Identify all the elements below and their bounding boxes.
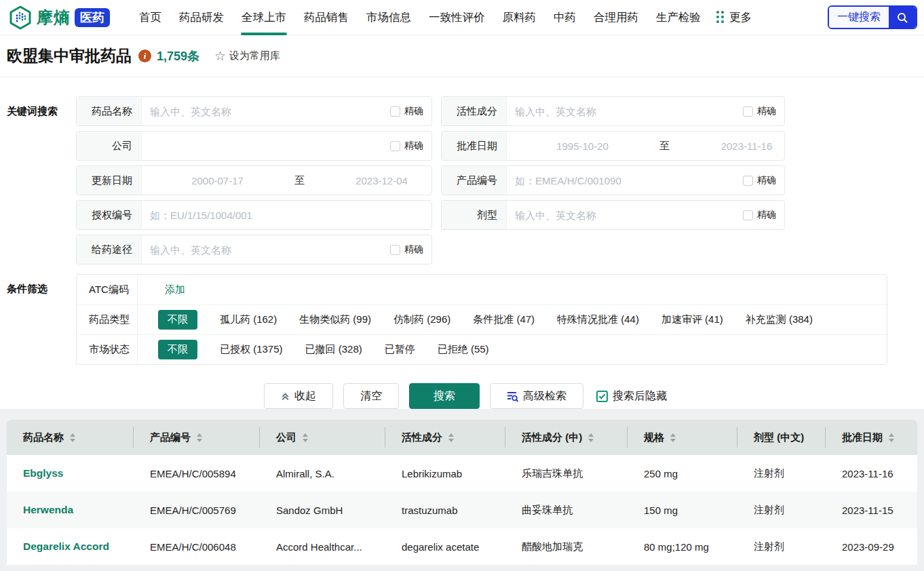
field-company-label: 公司 [77, 132, 142, 160]
checkbox-icon [743, 106, 753, 117]
set-favorite-button[interactable]: ☆ 设为常用库 [214, 50, 280, 62]
hide-after-search-checkbox[interactable]: 搜索后隐藏 [596, 389, 667, 403]
checkbox-icon [390, 106, 400, 117]
sort-icon[interactable] [303, 433, 308, 442]
nav-more-label: 更多 [729, 10, 752, 25]
nav-item-7[interactable]: 中药 [545, 0, 585, 35]
sort-icon[interactable] [197, 433, 202, 442]
product-number-exact-checkbox[interactable]: 精确 [743, 174, 776, 186]
table-header-row: 药品名称产品编号公司活性成分活性成分 (中)规格剂型 (中文)批准日期 [7, 420, 917, 455]
keyword-fields: 药品名称 精确 活性成分 精确 [76, 96, 785, 264]
filter-option[interactable]: 特殊情况批准 (44) [557, 313, 639, 326]
market-status-label: 市场状态 [77, 335, 138, 364]
filter-option[interactable]: 已授权 (1375) [220, 343, 283, 356]
field-auth-number: 授权编号 [76, 200, 432, 230]
field-dosage-form-label: 剂型 [442, 201, 507, 229]
drug-name-link[interactable]: Herwenda [7, 504, 134, 516]
sort-icon[interactable] [670, 433, 676, 442]
filter-option[interactable]: 已撤回 (328) [305, 343, 362, 356]
filter-option[interactable]: 条件批准 (47) [473, 313, 535, 326]
checked-checkbox-icon [596, 391, 608, 402]
drug-name-input[interactable] [150, 106, 385, 117]
drug-type-row: 药品类型 不限孤儿药 (162)生物类似药 (99)仿制药 (296)条件批准 … [77, 304, 887, 334]
column-header-3[interactable]: 活性成分 [385, 420, 505, 455]
cell-approval_date: 2023-09-29 [826, 541, 917, 553]
search-button[interactable]: 搜索 [409, 383, 480, 409]
update-date-from-input[interactable] [150, 175, 285, 186]
quick-search-label: 一键搜索 [829, 7, 889, 28]
filter-option[interactable]: 已拒绝 (55) [438, 343, 489, 356]
filter-option[interactable]: 孤儿药 (162) [220, 313, 277, 326]
product-number-input[interactable] [515, 175, 737, 186]
drug-name-exact-checkbox[interactable]: 精确 [390, 105, 423, 117]
field-drug-name-label: 药品名称 [77, 97, 142, 125]
filter-option[interactable]: 不限 [158, 340, 197, 359]
logo-hexagon-icon [8, 5, 33, 30]
cell-company: Almirall, S.A. [260, 468, 385, 479]
field-active-ingredient: 活性成分 精确 [441, 96, 785, 126]
drug-name-link[interactable]: Degarelix Accord [7, 540, 134, 553]
advanced-search-icon [507, 391, 518, 402]
filter-option[interactable]: 补充监测 (384) [746, 313, 813, 326]
dosage-form-input[interactable] [515, 210, 737, 221]
filter-option[interactable]: 仿制药 (296) [393, 313, 450, 326]
cell-company: Sandoz GmbH [260, 505, 385, 516]
nav-more[interactable]: 更多 [716, 10, 752, 25]
column-header-0[interactable]: 药品名称 [7, 420, 134, 455]
admin-route-input[interactable] [150, 244, 385, 256]
cell-company: Accord Healthcar... [260, 541, 385, 553]
column-header-7[interactable]: 批准日期 [826, 420, 917, 455]
clear-button[interactable]: 清空 [343, 383, 399, 409]
company-input[interactable] [150, 140, 385, 152]
info-icon[interactable]: i [138, 50, 151, 62]
nav-item-1[interactable]: 药品研发 [170, 0, 233, 35]
filter-option[interactable]: 不限 [158, 310, 197, 330]
field-dosage-form: 剂型 精确 [441, 200, 785, 230]
dosage-form-exact-checkbox[interactable]: 精确 [743, 209, 776, 221]
nav-item-8[interactable]: 合理用药 [585, 0, 647, 35]
nav-item-4[interactable]: 市场信息 [358, 0, 420, 35]
collapse-button[interactable]: 收起 [264, 383, 333, 409]
cell-dosage_form_cn: 注射剂 [737, 540, 826, 553]
table-row[interactable]: Degarelix AccordEMEA/H/C/006048Accord He… [7, 528, 917, 565]
approval-date-to-input[interactable] [679, 140, 785, 152]
search-panel: 关键词搜索 药品名称 精确 活性成分 精确 [0, 77, 924, 409]
nav-item-2[interactable]: 全球上市 [233, 0, 295, 35]
filter-option[interactable]: 生物类似药 (99) [299, 313, 371, 326]
column-header-2[interactable]: 公司 [260, 420, 385, 455]
page-title: 欧盟集中审批药品 [7, 45, 132, 66]
table-row[interactable]: HerwendaEMEA/H/C/005769Sandoz GmbHtrastu… [7, 492, 917, 528]
admin-route-exact-checkbox[interactable]: 精确 [390, 243, 423, 256]
column-header-1[interactable]: 产品编号 [134, 420, 260, 455]
sort-icon[interactable] [889, 433, 894, 442]
nav-item-3[interactable]: 药品销售 [295, 0, 358, 35]
auth-number-input[interactable] [150, 210, 423, 221]
results-table: 药品名称产品编号公司活性成分活性成分 (中)规格剂型 (中文)批准日期 Ebgl… [7, 420, 917, 565]
atc-add-button[interactable]: 添加 [165, 283, 185, 296]
nav-item-5[interactable]: 一致性评价 [420, 0, 494, 35]
sort-icon[interactable] [588, 433, 594, 442]
logo[interactable]: 摩熵 医药 [8, 5, 110, 30]
apps-grid-icon [716, 11, 725, 24]
nav-item-9[interactable]: 生产检验 [647, 0, 710, 35]
quick-search-button[interactable]: 一键搜索 [828, 5, 917, 29]
cell-product_number: EMEA/H/C/005769 [134, 505, 260, 516]
column-header-5[interactable]: 规格 [628, 420, 737, 455]
update-date-to-input[interactable] [314, 175, 432, 186]
drug-name-link[interactable]: Ebglyss [7, 467, 134, 479]
column-header-4[interactable]: 活性成分 (中) [505, 420, 628, 455]
advanced-search-button[interactable]: 高级检索 [490, 383, 583, 409]
filter-option[interactable]: 加速审评 (41) [661, 313, 723, 326]
active-ingredient-input[interactable] [515, 106, 737, 117]
checkbox-icon [743, 210, 753, 220]
table-row[interactable]: EbglyssEMEA/H/C/005894Almirall, S.A.Lebr… [7, 455, 917, 492]
filter-option[interactable]: 已暂停 [385, 343, 415, 356]
nav-item-0[interactable]: 首页 [130, 0, 170, 35]
atc-code-row: ATC编码 添加 [77, 275, 887, 304]
nav-item-6[interactable]: 原料药 [494, 0, 545, 35]
active-ingredient-exact-checkbox[interactable]: 精确 [743, 105, 776, 117]
sort-icon[interactable] [448, 433, 454, 442]
approval-date-from-input[interactable] [515, 140, 650, 152]
company-exact-checkbox[interactable]: 精确 [390, 140, 423, 152]
sort-icon[interactable] [70, 433, 75, 442]
